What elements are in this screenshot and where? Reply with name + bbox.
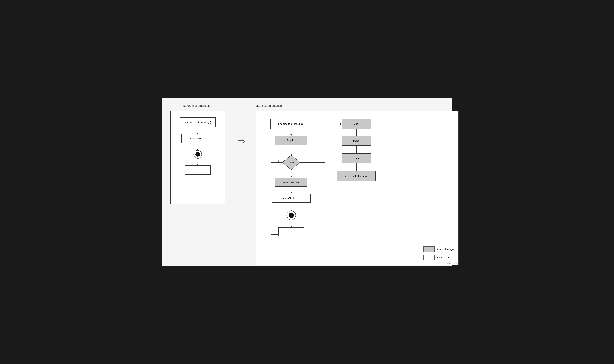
- svg-marker-37: [291, 154, 292, 155]
- svg-marker-47: [291, 176, 292, 178]
- main-container: before instrumentation func greet(s stri…: [162, 98, 452, 266]
- legend-white-label: original code: [437, 256, 451, 259]
- svg-marker-3: [197, 133, 198, 134]
- legend: inserted by xgo original code: [423, 246, 454, 260]
- left-panel: before instrumentation func greet(s stri…: [169, 104, 227, 205]
- svg-text:return "hello " +s: return "hello " +s: [190, 137, 206, 140]
- right-panel: after instrumentation func greet(s strin…: [256, 104, 459, 265]
- watermark: CSDN @878538: [447, 263, 458, 264]
- svg-text:return "hello " +s: return "hello " +s: [282, 197, 300, 199]
- before-label: before instrumentation: [183, 104, 212, 107]
- svg-marker-17: [291, 134, 292, 136]
- legend-gray-box: [423, 246, 435, 252]
- svg-marker-21: [340, 123, 342, 125]
- svg-marker-51: [291, 192, 292, 194]
- svg-marker-33: [356, 170, 357, 171]
- svg-point-57: [289, 213, 294, 218]
- svg-text:Y: Y: [278, 159, 279, 162]
- svg-marker-7: [197, 149, 198, 150]
- legend-white-box: [423, 255, 435, 260]
- svg-text:Trap.Pre: Trap.Pre: [287, 139, 296, 142]
- svg-text:N: N: [293, 171, 294, 173]
- svg-text:User Defined Interceptors...: User Defined Interceptors...: [343, 175, 370, 177]
- transform-arrow: ⇒: [237, 136, 245, 146]
- svg-text:Trace: Trace: [353, 157, 359, 160]
- svg-marker-11: [197, 164, 198, 166]
- svg-text:Patch: Patch: [353, 139, 359, 142]
- svg-text:stop?: stop?: [289, 161, 294, 164]
- after-box: func greet(s string) string { Trap.Pre M…: [256, 111, 459, 265]
- legend-item-white: original code: [423, 255, 454, 260]
- legend-item-gray: inserted by xgo: [423, 246, 454, 252]
- svg-marker-66: [291, 226, 292, 227]
- after-flowchart: func greet(s string) string { Trap.Pre M…: [261, 116, 454, 260]
- svg-marker-29: [356, 152, 357, 154]
- arrow-container: ⇒: [233, 136, 249, 146]
- svg-point-9: [195, 152, 200, 157]
- svg-text:}: }: [197, 169, 198, 171]
- legend-gray-label: inserted by xgo: [437, 248, 454, 250]
- after-label: after instrumentation: [256, 104, 282, 107]
- before-flowchart: func greet(s string) string { return "he…: [175, 116, 220, 199]
- svg-text:}: }: [291, 230, 292, 233]
- svg-text:Mock: Mock: [353, 122, 359, 125]
- svg-text:func greet(s string) string {: func greet(s string) string {: [278, 123, 305, 125]
- svg-text:func greet(s string) string {: func greet(s string) string {: [184, 121, 211, 124]
- before-box: func greet(s string) string { return "he…: [170, 111, 225, 205]
- svg-marker-25: [356, 134, 357, 136]
- svg-text:defer Trap.Post: defer Trap.Post: [283, 181, 300, 183]
